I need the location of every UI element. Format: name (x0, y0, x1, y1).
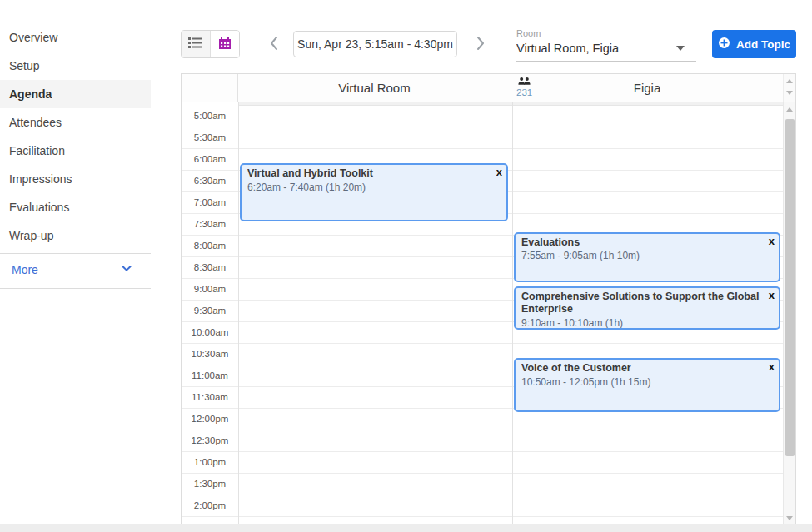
room-select-value: Virtual Room, Figia (516, 42, 619, 55)
time-label: 5:00am (182, 106, 238, 126)
time-label: 12:30pm (182, 430, 238, 450)
sidebar-item-more[interactable]: More (0, 254, 151, 285)
time-label: 12:00pm (182, 409, 238, 429)
plus-circle-icon (718, 37, 730, 52)
add-topic-button[interactable]: Add Topic (712, 30, 796, 58)
dropdown-caret-icon (676, 46, 685, 51)
previous-day-button[interactable] (265, 35, 283, 53)
time-row[interactable]: 12:30pm (182, 430, 783, 452)
topic-title: Comprehensive Solutions to Support the G… (521, 291, 762, 316)
next-day-button[interactable] (471, 35, 490, 53)
attendees-icon (518, 74, 531, 88)
agenda-topic-card[interactable]: x Virtual and Hybrid Toolkit 6:20am - 7:… (240, 163, 508, 221)
room-select-label: Room (516, 28, 696, 38)
time-label: 10:30am (182, 344, 238, 364)
attendee-count-badge[interactable]: 231 (516, 75, 532, 98)
column-divider (238, 102, 239, 525)
time-label: 7:00am (182, 192, 238, 212)
time-row[interactable]: 5:00am (182, 106, 783, 127)
topic-title: Voice of the Customer (521, 362, 762, 375)
sidebar-items: OverviewSetupAgendaAttendeesFacilitation… (0, 23, 151, 250)
more-label: More (12, 263, 38, 276)
sidebar-item-setup[interactable]: Setup (0, 52, 151, 80)
time-label: 1:30pm (182, 474, 238, 494)
attendee-count: 231 (516, 88, 532, 98)
remove-topic-icon[interactable]: x (769, 235, 775, 248)
sidebar-item-impressions[interactable]: Impressions (0, 165, 151, 193)
calendar-icon (218, 37, 232, 52)
time-label: 10:00am (182, 322, 238, 342)
sidebar-item-overview[interactable]: Overview (0, 23, 151, 52)
scroll-down-icon[interactable] (786, 91, 793, 95)
time-label: 2:00pm (182, 495, 238, 515)
window-edge (0, 524, 812, 532)
time-label: 1:00pm (182, 452, 238, 472)
time-label: 6:00am (182, 149, 238, 169)
scrollbar-thumb[interactable] (785, 119, 795, 456)
scroll-down-icon[interactable] (786, 516, 793, 520)
time-label: 7:30am (182, 214, 238, 234)
calendar-view-button[interactable] (211, 31, 240, 57)
remove-topic-icon[interactable]: x (769, 289, 775, 302)
scroll-up-icon[interactable] (786, 79, 793, 83)
vertical-scrollbar[interactable] (783, 102, 795, 525)
time-label: 6:30am (182, 171, 238, 191)
time-row[interactable]: 1:30pm (182, 474, 783, 495)
room-select[interactable]: Room Virtual Room, Figia (516, 28, 696, 62)
add-topic-label: Add Topic (736, 38, 790, 51)
agenda-topic-card[interactable]: x Comprehensive Solutions to Support the… (514, 286, 780, 330)
time-label: 8:00am (182, 236, 238, 256)
time-row[interactable]: 1:00pm (182, 452, 783, 474)
time-gutter-header (182, 74, 238, 102)
column-header-figia-label: Figia (634, 81, 661, 95)
sidebar-item-attendees[interactable]: Attendees (0, 108, 151, 137)
time-label: 8:30am (182, 257, 238, 277)
calendar-body: 5:00am 5:30am 6:00am 6:30am 7:00am 7:30a… (182, 102, 795, 525)
list-view-button[interactable] (182, 31, 211, 57)
column-divider (512, 102, 513, 525)
column-header-figia: 231 Figia (511, 74, 783, 102)
agenda-topic-card[interactable]: x Voice of the Customer 10:50am - 12:05p… (514, 358, 780, 412)
column-header-virtual-room: Virtual Room (238, 74, 511, 102)
time-label: 11:00am (182, 365, 238, 385)
time-label: 5:30am (182, 127, 238, 147)
calendar-header: Virtual Room 231 Figia (182, 74, 795, 102)
topic-time: 9:10am - 10:10am (1h) (521, 317, 762, 329)
remove-topic-icon[interactable]: x (769, 360, 775, 374)
header-scrollbar[interactable] (783, 74, 795, 102)
topic-time: 10:50am - 12:05pm (1h 15m) (521, 376, 762, 388)
sidebar-item-evaluations[interactable]: Evaluations (0, 193, 151, 221)
view-toggle (181, 30, 240, 58)
time-label: 9:00am (182, 279, 238, 299)
sidebar-item-agenda[interactable]: Agenda (0, 80, 151, 108)
list-icon (188, 37, 202, 52)
sidebar-item-wrap-up[interactable]: Wrap-up (0, 221, 151, 250)
sidebar-divider (0, 288, 151, 289)
time-row[interactable]: 2:00pm (182, 495, 783, 517)
topic-title: Evaluations (521, 236, 762, 250)
time-label: 11:30am (182, 387, 238, 407)
time-row[interactable]: 5:30am (182, 127, 783, 149)
agenda-calendar: Virtual Room 231 Figia (181, 73, 796, 525)
topic-time: 6:20am - 7:40am (1h 20m) (247, 181, 490, 193)
agenda-topic-card[interactable]: x Evaluations 7:55am - 9:05am (1h 10m) (514, 232, 780, 283)
sidebar: OverviewSetupAgendaAttendeesFacilitation… (0, 23, 151, 289)
scroll-up-icon[interactable] (786, 107, 793, 112)
topic-title: Virtual and Hybrid Toolkit (247, 167, 490, 181)
remove-topic-icon[interactable]: x (496, 166, 502, 179)
topic-time: 7:55am - 9:05am (1h 10m) (521, 250, 762, 261)
time-label: 9:30am (182, 301, 238, 321)
chevron-down-icon (120, 261, 133, 278)
sidebar-item-facilitation[interactable]: Facilitation (0, 137, 151, 165)
date-range-button[interactable]: Sun, Apr 23, 5:15am - 4:30pm (293, 31, 457, 57)
